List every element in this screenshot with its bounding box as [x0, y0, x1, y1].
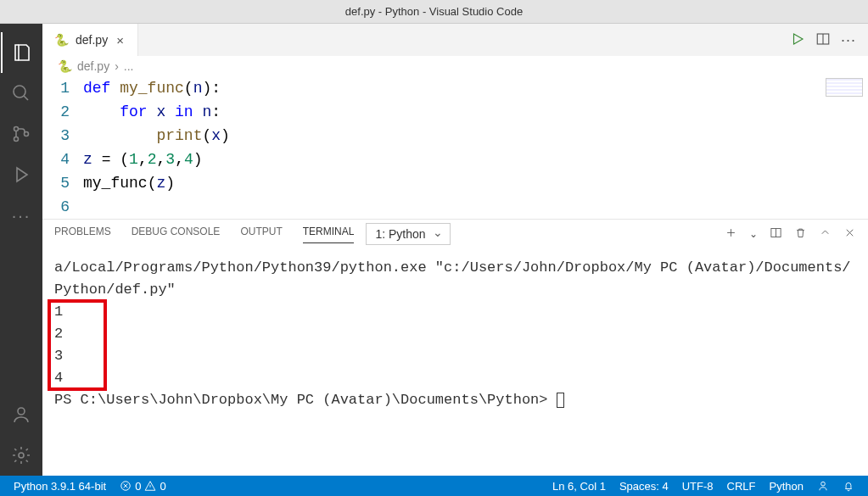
code-editor[interactable]: 1 2 3 4 5 6 def my_func(n): for x in n: … [42, 76, 868, 219]
terminal-dropdown-caret-icon[interactable]: ⌄ [749, 228, 758, 240]
main-area: ··· 🐍 def.py × ··· [0, 24, 868, 476]
svg-point-9 [821, 482, 826, 486]
tab-terminal[interactable]: TERMINAL [303, 226, 355, 243]
code-line[interactable] [83, 195, 868, 219]
python-file-icon: 🐍 [54, 33, 69, 47]
code-line[interactable]: def my_func(n): [83, 76, 868, 100]
breadcrumb[interactable]: 🐍 def.py › ... [42, 56, 868, 76]
status-feedback-icon[interactable] [810, 480, 836, 492]
window-titlebar: def.py - Python - Visual Studio Code [0, 0, 868, 24]
line-number: 2 [49, 100, 70, 124]
line-number: 1 [49, 76, 70, 100]
terminal-output-line: 2 [54, 326, 63, 342]
status-indentation[interactable]: Spaces: 4 [613, 480, 675, 493]
split-terminal-icon[interactable] [770, 226, 782, 242]
line-number: 3 [49, 124, 70, 148]
line-number-gutter: 1 2 3 4 5 6 [49, 76, 83, 219]
status-warnings-count: 0 [160, 480, 165, 493]
warning-icon [144, 480, 156, 492]
line-number: 4 [49, 148, 70, 171]
svg-point-0 [14, 86, 25, 98]
more-icon[interactable]: ··· [1, 195, 42, 236]
terminal-prompt: PS C:\Users\John\Dropbox\My PC (Avatar)\… [54, 392, 557, 408]
svg-point-3 [25, 132, 29, 137]
terminal-cursor [557, 393, 564, 408]
activity-bar: ··· [0, 24, 42, 476]
status-language-mode[interactable]: Python [763, 480, 810, 493]
editor-more-icon[interactable]: ··· [841, 31, 856, 49]
tab-problems[interactable]: PROBLEMS [54, 226, 111, 242]
settings-gear-icon[interactable] [1, 435, 42, 476]
panel-tab-bar: PROBLEMS DEBUG CONSOLE OUTPUT TERMINAL 1… [42, 220, 868, 248]
search-icon[interactable] [1, 73, 42, 114]
line-number: 6 [49, 195, 70, 219]
split-editor-icon[interactable] [815, 31, 831, 49]
status-python-version[interactable]: Python 3.9.1 64-bit [7, 480, 113, 493]
source-control-icon[interactable] [1, 114, 42, 154]
status-eol[interactable]: CRLF [720, 480, 763, 493]
breadcrumb-separator: › [115, 59, 119, 73]
run-file-icon[interactable] [790, 31, 805, 49]
bottom-panel: PROBLEMS DEBUG CONSOLE OUTPUT TERMINAL 1… [42, 219, 868, 476]
status-encoding[interactable]: UTF-8 [675, 480, 720, 493]
tab-label: def.py [76, 33, 108, 47]
terminal-selector-value: 1: Python [375, 227, 425, 241]
terminal-output-line: 4 [54, 370, 63, 386]
tab-output[interactable]: OUTPUT [240, 226, 282, 242]
terminal-output-line: 3 [54, 348, 63, 364]
terminal-output-line: 1 [54, 304, 63, 320]
accounts-icon[interactable] [1, 394, 42, 435]
code-line[interactable]: print(x) [83, 124, 868, 148]
tab-bar: 🐍 def.py × ··· [42, 24, 868, 56]
code-line[interactable]: for x in n: [83, 100, 868, 124]
breadcrumb-more: ... [124, 59, 134, 73]
run-debug-icon[interactable] [1, 154, 42, 195]
tab-defpy[interactable]: 🐍 def.py × [42, 24, 138, 56]
close-panel-icon[interactable] [843, 226, 856, 242]
status-problems[interactable]: 0 0 [113, 480, 172, 493]
terminal-output[interactable]: a/Local/Programs/Python/Python39/python.… [42, 248, 868, 476]
minimap[interactable] [826, 78, 863, 97]
svg-point-4 [18, 408, 25, 415]
status-notifications-icon[interactable] [836, 480, 861, 492]
editor-actions: ··· [790, 31, 868, 49]
maximize-panel-icon[interactable] [819, 226, 832, 242]
explorer-icon[interactable] [1, 32, 42, 73]
line-number: 5 [49, 171, 70, 195]
code-content[interactable]: def my_func(n): for x in n: print(x) z =… [83, 76, 868, 219]
editor-region: 🐍 def.py × ··· 🐍 def.py › ... [42, 24, 868, 476]
terminal-actions: ⌄ [725, 226, 856, 242]
terminal-command-line: a/Local/Programs/Python/Python39/python.… [54, 259, 851, 298]
svg-point-2 [14, 137, 19, 142]
code-line[interactable]: my_func(z) [83, 171, 868, 195]
python-file-icon: 🐍 [58, 59, 72, 73]
new-terminal-icon[interactable] [725, 226, 737, 242]
close-tab-icon[interactable]: × [115, 33, 126, 47]
breadcrumb-file: def.py [77, 59, 109, 73]
tab-debug-console[interactable]: DEBUG CONSOLE [132, 226, 221, 242]
status-cursor-position[interactable]: Ln 6, Col 1 [546, 480, 613, 493]
error-icon [120, 480, 132, 492]
svg-point-1 [14, 127, 19, 131]
status-errors-count: 0 [135, 480, 141, 493]
status-bar: Python 3.9.1 64-bit 0 0 Ln 6, Col 1 Spac… [0, 476, 868, 496]
terminal-selector-dropdown[interactable]: 1: Python [366, 223, 450, 245]
svg-point-5 [19, 453, 24, 458]
window-title: def.py - Python - Visual Studio Code [345, 5, 523, 18]
code-line[interactable]: z = (1,2,3,4) [83, 148, 868, 171]
kill-terminal-icon[interactable] [794, 226, 807, 242]
